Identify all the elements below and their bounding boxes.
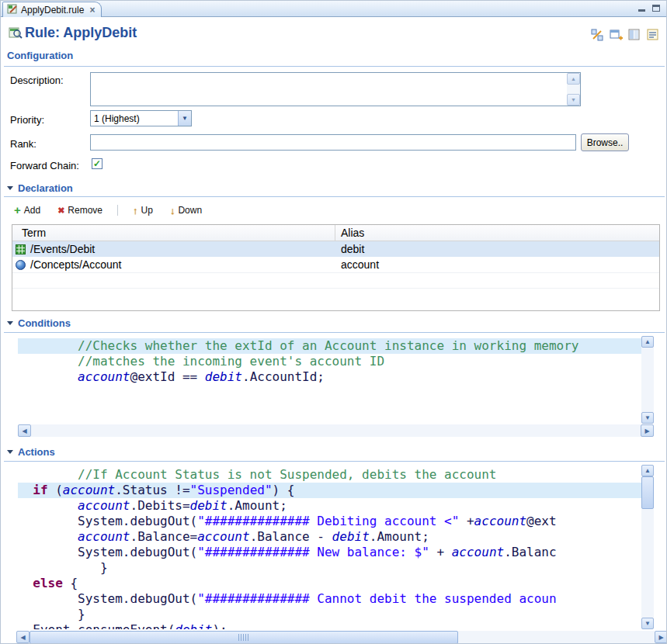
section-configuration: Configuration <box>7 50 73 61</box>
up-button[interactable]: ↑ Up <box>130 203 155 218</box>
scrollbar-track[interactable] <box>30 631 655 644</box>
priority-label: Priority: <box>10 114 44 126</box>
code-line[interactable]: //matches the incoming event's account I… <box>18 354 641 369</box>
actions-vertical-scrollbar[interactable]: ▲ ▼ <box>641 465 654 629</box>
code-line[interactable]: System.debugOut("############## Cannot d… <box>18 591 641 607</box>
remove-label: Remove <box>68 205 102 216</box>
table-row-empty[interactable] <box>12 272 659 288</box>
priority-select[interactable]: 1 (Highest) ▼ <box>90 110 192 126</box>
scrollbar-track[interactable] <box>31 424 641 437</box>
rank-input[interactable] <box>90 134 576 151</box>
section-title-configuration: Configuration <box>7 50 73 61</box>
description-scrollbar[interactable]: ▲ ▼ <box>567 73 580 106</box>
code-line[interactable]: } <box>18 607 641 622</box>
browse-button[interactable]: Browse.. <box>581 133 629 151</box>
minimize-icon[interactable] <box>638 2 645 12</box>
scroll-up-icon[interactable]: ▲ <box>641 465 654 476</box>
remove-icon: ✖ <box>57 206 64 216</box>
scroll-down-icon[interactable]: ▼ <box>641 618 654 629</box>
table-view-icon[interactable] <box>627 28 641 42</box>
up-label: Up <box>141 205 153 216</box>
code-line[interactable]: else { <box>18 576 641 591</box>
rule-file-icon <box>7 3 18 17</box>
actions-code[interactable]: //If Account Status is not Suspended, de… <box>18 465 641 629</box>
chevron-down-icon[interactable]: ▼ <box>178 111 191 126</box>
code-line[interactable]: //If Account Status is not Suspended, de… <box>18 467 641 483</box>
term-text: /Concepts/Account <box>30 258 122 271</box>
column-header-term[interactable]: Term <box>12 225 335 241</box>
scroll-down-icon[interactable]: ▼ <box>567 94 580 106</box>
new-window-icon[interactable] <box>609 28 623 42</box>
scroll-up-icon[interactable]: ▲ <box>567 73 580 85</box>
forward-chain-label: Forward Chain: <box>10 160 79 171</box>
scrollbar-thumb[interactable] <box>30 631 458 644</box>
column-header-alias[interactable]: Alias <box>335 227 659 239</box>
add-label: Add <box>24 205 40 216</box>
scrollbar-thumb[interactable] <box>641 476 654 509</box>
maximize-icon[interactable] <box>652 2 660 12</box>
conditions-vertical-scrollbar[interactable]: ▲ ▼ <box>641 336 654 424</box>
description-input[interactable]: ▲ ▼ <box>90 72 581 106</box>
rule-editor-window: ApplyDebit.rule × Rule: ApplyDebit <box>0 0 667 644</box>
alias-text: debit <box>341 243 364 255</box>
scrollbar-track[interactable] <box>641 476 654 618</box>
declaration-table-header: Term Alias <box>12 225 659 241</box>
code-line[interactable]: account@extId == debit.AccountId; <box>18 369 641 385</box>
code-line[interactable]: } <box>18 560 641 576</box>
down-label: Down <box>178 205 202 216</box>
priority-value: 1 (Highest) <box>91 113 178 124</box>
code-line[interactable]: System.debugOut("############## Debiting… <box>18 514 641 529</box>
table-row[interactable]: /Events/Debitdebit <box>12 241 659 257</box>
code-line[interactable]: account.Balance=account.Balance - debit.… <box>18 529 641 545</box>
scroll-right-icon[interactable]: ▶ <box>655 631 667 643</box>
up-icon: ↑ <box>133 205 138 216</box>
code-line[interactable]: //Checks whether the extId of an Account… <box>18 338 641 354</box>
down-icon: ↓ <box>170 205 175 216</box>
scrollbar-track[interactable] <box>641 348 654 412</box>
tab-title: ApplyDebit.rule <box>21 5 84 16</box>
scroll-left-icon[interactable]: ◀ <box>18 424 31 437</box>
outline-view-icon[interactable] <box>646 28 660 42</box>
section-actions: Actions <box>7 446 55 458</box>
collapse-triangle-icon[interactable] <box>7 186 13 190</box>
code-line[interactable]: account.Debits=debit.Amount; <box>18 498 641 514</box>
description-label: Description: <box>10 74 64 86</box>
collapse-triangle-icon[interactable] <box>7 450 13 454</box>
rank-label: Rank: <box>10 138 36 150</box>
table-row[interactable]: /Concepts/Accountaccount <box>12 257 659 272</box>
code-line[interactable]: System.debugOut("############## New bala… <box>18 545 641 560</box>
declaration-table: Term Alias /Events/Debitdebit/Concepts/A… <box>12 224 660 311</box>
conditions-horizontal-scrollbar[interactable]: ◀ ▶ <box>18 424 654 437</box>
scroll-up-icon[interactable]: ▲ <box>641 336 654 348</box>
declaration-table-body: /Events/Debitdebit/Concepts/Accountaccou… <box>12 241 659 303</box>
section-separator <box>4 332 665 333</box>
remove-button[interactable]: ✖ Remove <box>55 203 105 217</box>
editor-horizontal-scrollbar[interactable]: ◀ ▶ <box>16 631 667 644</box>
declaration-toolbar: + Add ✖ Remove ↑ Up ↓ Down <box>12 202 204 219</box>
table-row-empty[interactable] <box>12 288 659 303</box>
code-line[interactable]: if (account.Status !="Suspended") { <box>18 483 641 498</box>
term-text: /Events/Debit <box>30 243 95 255</box>
toolbar-separator <box>117 205 118 216</box>
header-toolbar <box>590 28 660 42</box>
event-icon <box>16 244 26 254</box>
scrollbar-track[interactable] <box>567 85 580 94</box>
down-button[interactable]: ↓ Down <box>168 203 204 218</box>
section-title-declaration: Declaration <box>18 182 73 194</box>
link-with-editor-icon[interactable] <box>590 28 604 42</box>
rule-icon <box>9 26 23 43</box>
close-icon[interactable]: × <box>89 5 95 16</box>
code-line[interactable]: Event.consumeEvent(debit); <box>18 622 641 629</box>
forward-chain-checkbox[interactable] <box>92 158 102 169</box>
editor-tab-bar: ApplyDebit.rule × <box>1 1 666 17</box>
scroll-right-icon[interactable]: ▶ <box>641 424 654 437</box>
editor-header: Rule: ApplyDebit <box>1 17 666 51</box>
add-button[interactable]: + Add <box>12 203 43 217</box>
collapse-triangle-icon[interactable] <box>7 321 13 325</box>
conditions-code[interactable]: //Checks whether the extId of an Account… <box>18 336 641 424</box>
scroll-left-icon[interactable]: ◀ <box>16 631 30 643</box>
section-conditions: Conditions <box>7 317 71 329</box>
thumb-grip <box>238 634 249 641</box>
tab-applydebit-rule[interactable]: ApplyDebit.rule × <box>2 2 102 17</box>
scroll-down-icon[interactable]: ▼ <box>641 412 654 424</box>
